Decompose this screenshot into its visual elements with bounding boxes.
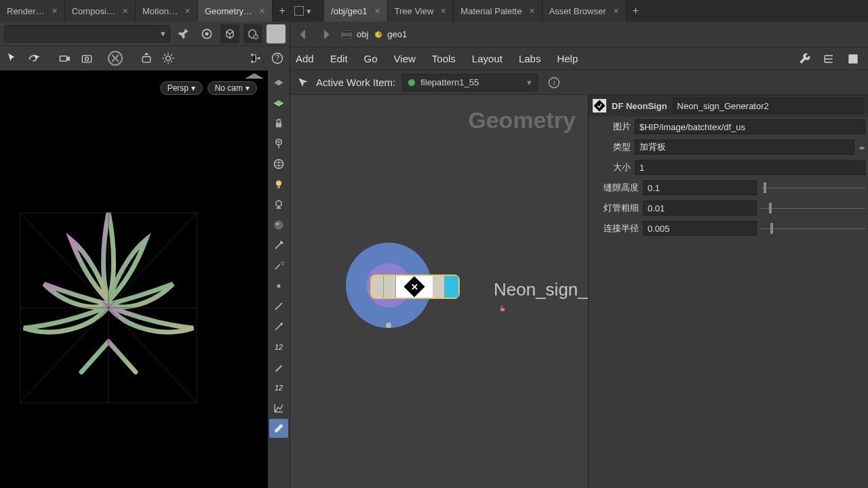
dot-icon[interactable] (269, 277, 288, 296)
panel-max-icon[interactable] (844, 49, 863, 68)
tab-right[interactable]: /obj/geo1✕ (324, 0, 388, 22)
tab-close-icon[interactable]: ✕ (119, 5, 131, 17)
view-select-dropdown[interactable]: ▾ (4, 25, 170, 43)
status-dot-icon (408, 79, 415, 86)
svg-point-5 (85, 57, 89, 60)
param-slider[interactable] (761, 201, 865, 216)
shade-flat-icon[interactable] (269, 73, 288, 92)
path-crumb-geo[interactable]: geo1 (374, 29, 407, 39)
param-select[interactable]: 加背板 (635, 140, 854, 155)
tab-left[interactable]: Geometry…✕ (198, 0, 273, 22)
tab-left[interactable]: Composi…✕ (65, 0, 136, 22)
path-crumb-obj[interactable]: obj (340, 28, 368, 41)
brush-icon[interactable] (269, 297, 288, 316)
menu-add[interactable]: Add (296, 53, 314, 64)
persp-dropdown[interactable]: Persp▾ (160, 81, 203, 95)
cube-wire-icon[interactable] (220, 24, 239, 43)
hierarchy-icon[interactable] (246, 49, 265, 68)
tab-left[interactable]: Render…✕ (0, 0, 65, 22)
scoop-icon[interactable] (269, 358, 288, 377)
tab-right[interactable]: Tree View✕ (388, 0, 454, 22)
param-text-field[interactable]: $HIP/image/batchtex/df_us (635, 119, 865, 134)
work-item-dropdown[interactable]: filepattern1_55 ▾ (402, 74, 538, 92)
nav-back-icon[interactable] (294, 26, 312, 43)
add-tab-right-icon[interactable]: + (627, 5, 646, 17)
wrench-icon[interactable] (795, 49, 814, 68)
tab-split-icon[interactable] (294, 6, 304, 16)
tab-close-icon[interactable]: ✕ (49, 5, 60, 17)
probe-icon[interactable] (269, 195, 288, 214)
tab-close-icon[interactable]: ✕ (372, 5, 383, 17)
graph-line-icon[interactable] (269, 399, 288, 418)
sphere-solid-icon[interactable] (269, 216, 288, 235)
count12-icon[interactable]: 12 (269, 338, 288, 357)
3d-viewport[interactable]: Persp▾ No cam▾ (0, 70, 268, 488)
bulb-icon[interactable] (269, 175, 288, 194)
rendered-geometry (7, 186, 224, 416)
param-row: 大小1 (589, 157, 868, 178)
globe-icon[interactable] (269, 155, 288, 174)
snapshot-icon[interactable] (77, 49, 96, 68)
blank-panel-icon[interactable] (267, 24, 285, 43)
param-slider[interactable] (761, 221, 865, 236)
pick-icon[interactable] (269, 317, 288, 336)
tab-right[interactable]: Material Palette✕ (454, 0, 542, 22)
lasso-arrow-icon[interactable] (24, 49, 43, 68)
cube-gear-icon[interactable] (243, 24, 262, 43)
param-label: 灯管粗细 (591, 202, 639, 214)
disabled-ring-icon[interactable] (106, 49, 125, 68)
tab-close-icon[interactable]: ✕ (526, 5, 538, 17)
shade-smooth-icon[interactable] (269, 94, 288, 113)
tab-close-icon[interactable]: ✕ (256, 5, 268, 17)
menu-help[interactable]: Help (557, 53, 578, 64)
node-graph[interactable]: Geometry ✕ Neon_sign_Genera (290, 95, 589, 488)
wand-icon[interactable] (269, 236, 288, 255)
tab-close-icon[interactable]: ✕ (182, 5, 193, 17)
param-num-field[interactable]: 0.1 (643, 180, 757, 195)
tab-close-icon[interactable]: ✕ (437, 5, 449, 17)
node-label: Neon_sign_Genera (494, 279, 589, 300)
param-label: 连接半径 (591, 222, 639, 235)
select-arrow-icon[interactable] (3, 49, 22, 68)
gear-settings-icon[interactable] (159, 49, 178, 68)
tab-menu-icon[interactable]: ▾ (307, 6, 316, 16)
add-tab-left-icon[interactable]: + (273, 5, 292, 17)
menu-go[interactable]: Go (364, 53, 378, 64)
param-slider[interactable] (761, 180, 865, 195)
menu-tools[interactable]: Tools (432, 53, 456, 64)
tab-left[interactable]: Motion…✕ (136, 0, 198, 22)
tab-close-icon[interactable]: ✕ (610, 5, 622, 17)
svg-text:?: ? (275, 54, 279, 62)
node-name-field[interactable]: Neon_sign_Generator2 (673, 98, 864, 114)
cam-link-icon[interactable] (56, 49, 75, 68)
pin-marker-icon[interactable] (269, 134, 288, 153)
pin-icon[interactable] (174, 24, 193, 43)
param-label: 大小 (591, 161, 631, 174)
param-num-field[interactable]: 0.01 (643, 201, 757, 216)
parameter-pane: DF NeonSign Neon_sign_Generator2 图片$HIP/… (589, 95, 868, 488)
node-type-icon (593, 99, 606, 113)
tab-right[interactable]: Asset Browser✕ (542, 0, 627, 22)
camera-flash-icon[interactable] (137, 49, 156, 68)
param-select-arrows[interactable]: ◂▸ (859, 144, 865, 151)
menu-labs[interactable]: Labs (519, 53, 541, 64)
menu-view[interactable]: View (394, 53, 416, 64)
param-num-field[interactable]: 1 (635, 160, 865, 175)
node-body[interactable]: ✕ (370, 274, 460, 299)
menu-edit[interactable]: Edit (330, 53, 348, 64)
info-ring-icon[interactable]: i (545, 73, 564, 92)
param-num-field[interactable]: 0.005 (643, 221, 757, 236)
menu-layout[interactable]: Layout (472, 53, 502, 64)
list-tree-icon[interactable] (819, 49, 838, 68)
count12b-icon[interactable]: 12 (269, 378, 288, 397)
help-ring-icon[interactable]: ? (268, 49, 287, 68)
nav-fwd-icon[interactable] (317, 26, 335, 43)
param-row: 连接半径0.005 (589, 218, 868, 239)
measure-icon[interactable] (269, 419, 288, 438)
check-flag-icon (297, 77, 309, 89)
spray-icon[interactable] (269, 256, 288, 275)
target-ring-icon[interactable] (197, 24, 216, 43)
lock-icon[interactable] (269, 114, 288, 133)
camera-dropdown[interactable]: No cam▾ (208, 81, 257, 95)
svg-point-27 (281, 323, 283, 325)
